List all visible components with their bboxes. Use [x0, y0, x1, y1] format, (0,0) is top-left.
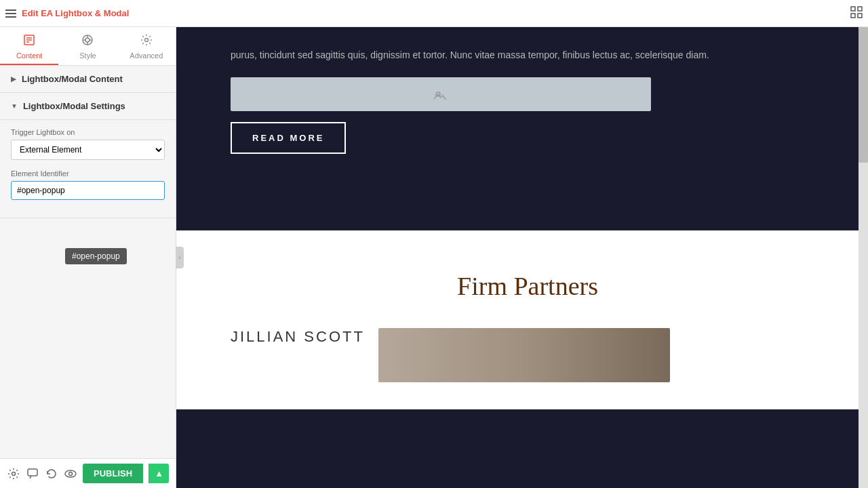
preview-button[interactable] [64, 464, 77, 484]
publish-arrow-button[interactable]: ▲ [149, 464, 169, 483]
trigger-group: Trigger Lightbox on External Element Cli… [11, 128, 165, 160]
svg-point-14 [144, 39, 148, 42]
trigger-label: Trigger Lightbox on [11, 128, 165, 136]
tab-style-label: Style [79, 52, 96, 60]
scrollbar[interactable] [859, 27, 868, 488]
firm-partners-title: Firm Partners [231, 271, 825, 301]
bottom-toolbar: PUBLISH ▲ [0, 458, 176, 488]
editor-title: Edit EA Lightbox & Modal [22, 8, 129, 18]
identifier-group: Element Identifier [11, 169, 165, 200]
svg-point-17 [65, 470, 76, 477]
body-text: purus, tincidunt sed sagittis quis, dign… [231, 47, 825, 64]
tab-content[interactable]: Content [0, 27, 58, 65]
tab-style[interactable]: Style [58, 27, 117, 65]
style-icon [81, 34, 94, 49]
tab-content-label: Content [16, 52, 43, 60]
svg-rect-3 [858, 14, 862, 18]
trigger-select[interactable]: External Element Click Hover Page Load [11, 140, 165, 160]
menu-hamburger[interactable] [5, 9, 16, 18]
autocomplete-dropdown[interactable]: #open-popup [65, 248, 127, 264]
chevron-right-icon: ▶ [11, 75, 16, 83]
section-lightbox-content-header[interactable]: ▶ Lightbox/Modal Content [0, 66, 176, 93]
comments-button[interactable] [26, 464, 39, 484]
sidebar-tabs: Content Style [0, 27, 176, 66]
chevron-down-icon: ▼ [11, 102, 18, 110]
partner-row: JILLIAN SCOTT [231, 328, 825, 382]
collapse-sidebar-handle[interactable]: ‹ [176, 247, 184, 268]
section-lightbox-settings-label: Lightbox/Modal Settings [23, 101, 125, 111]
svg-point-9 [85, 38, 90, 42]
partner-name-text: JILLIAN SCOTT [231, 328, 365, 345]
advanced-icon [140, 34, 153, 49]
svg-point-18 [69, 472, 73, 475]
svg-rect-0 [851, 7, 855, 11]
partner-name: JILLIAN SCOTT [231, 328, 365, 346]
identifier-input[interactable] [11, 181, 165, 200]
read-more-button[interactable]: READ MORE [231, 122, 346, 154]
sidebar: Content Style [0, 27, 176, 488]
content-area: purus, tincidunt sed sagittis quis, dign… [176, 27, 859, 488]
svg-rect-1 [858, 7, 862, 11]
section-lightbox-settings-header[interactable]: ▼ Lightbox/Modal Settings [0, 93, 176, 120]
publish-button[interactable]: PUBLISH [83, 464, 143, 483]
scrollbar-thumb[interactable] [859, 27, 868, 163]
grid-icon[interactable] [850, 6, 863, 21]
tab-advanced-label: Advanced [130, 52, 163, 60]
svg-rect-2 [851, 14, 855, 18]
image-placeholder [231, 77, 651, 111]
partner-image-placeholder [378, 328, 670, 382]
dark-content-section: purus, tincidunt sed sagittis quis, dign… [176, 27, 859, 230]
top-bar: Edit EA Lightbox & Modal [0, 0, 868, 27]
svg-rect-16 [28, 469, 37, 476]
content-icon [23, 34, 35, 49]
main-layout: Content Style [0, 27, 868, 488]
identifier-label: Element Identifier [11, 169, 165, 178]
tab-advanced[interactable]: Advanced [117, 27, 176, 65]
settings-button[interactable] [7, 464, 20, 484]
svg-point-15 [12, 472, 16, 475]
autocomplete-suggestion: #open-popup [72, 251, 120, 261]
undo-button[interactable] [45, 464, 58, 484]
section-lightbox-content-label: Lightbox/Modal Content [22, 74, 123, 84]
white-content-section: Firm Partners JILLIAN SCOTT [176, 230, 859, 409]
section-lightbox-settings-body: Trigger Lightbox on External Element Cli… [0, 120, 176, 218]
